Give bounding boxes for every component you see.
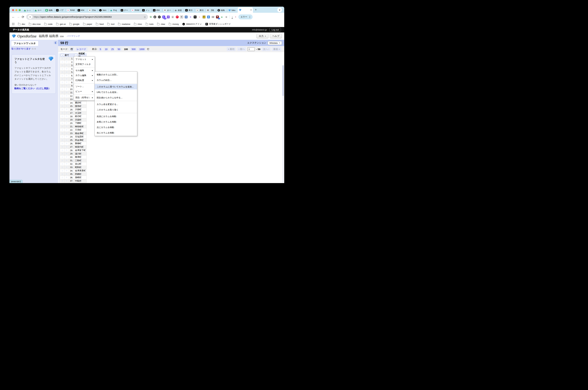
tab[interactable]: RRAW bbox=[66, 8, 76, 13]
extension-shield-icon[interactable]: ⛨2 bbox=[216, 16, 219, 18]
menu-item[interactable]: ソート... bbox=[74, 84, 95, 89]
menu-item[interactable]: 先頭にカラムを移動 bbox=[95, 114, 137, 119]
bookmark-folder-claw[interactable]: claw bbox=[157, 23, 165, 25]
flag-icon[interactable]: ⚐ bbox=[65, 155, 69, 159]
minimize-window-button[interactable] bbox=[15, 9, 17, 11]
star-icon[interactable]: ☆ bbox=[60, 149, 65, 152]
flag-icon[interactable]: ⚐ bbox=[65, 159, 69, 162]
cell-value[interactable]: 西郷村 bbox=[74, 172, 86, 176]
bookmark-folder-gen.ai[interactable]: gen.ai bbox=[56, 23, 66, 25]
star-icon[interactable]: ☆ bbox=[60, 135, 65, 139]
cell-value[interactable]: 中島村 bbox=[74, 179, 86, 183]
flag-icon[interactable]: ⚐ bbox=[65, 128, 69, 132]
tab[interactable]: Dパブ bbox=[55, 8, 66, 13]
menu-item[interactable]: 左にカラムを移動 bbox=[95, 125, 137, 130]
star-icon[interactable]: ☆ bbox=[60, 118, 65, 122]
flag-icon[interactable]: ⚐ bbox=[65, 152, 69, 155]
bookmark-item[interactable]: D管理者ダッシュボード bbox=[206, 23, 231, 26]
flag-icon[interactable]: ⚐ bbox=[65, 142, 69, 146]
cell-value[interactable]: 三島町 bbox=[74, 159, 86, 162]
extension-updown-icon[interactable]: ⇅12 bbox=[162, 16, 165, 18]
next-page-button[interactable]: 次へ › bbox=[262, 47, 270, 51]
menu-item[interactable]: カラム編集▶ bbox=[74, 73, 95, 78]
menu-item[interactable]: URLでカラムを追加... bbox=[95, 90, 137, 95]
export-button[interactable]: 出力▼ bbox=[256, 34, 268, 39]
star-icon[interactable]: ☆ bbox=[60, 71, 65, 74]
bookmark-folder-google[interactable]: google bbox=[69, 23, 80, 25]
flag-icon[interactable]: ⚐ bbox=[65, 149, 69, 152]
extension-markdown-icon[interactable]: md bbox=[211, 16, 214, 18]
flag-icon[interactable]: ⚐ bbox=[65, 104, 69, 108]
menu-item[interactable]: カラムの結合... bbox=[95, 77, 137, 83]
star-icon[interactable]: ☆ bbox=[60, 108, 65, 111]
project-title[interactable]: 福島県 福島県 bbox=[39, 34, 58, 38]
extension-r-icon[interactable]: R bbox=[203, 16, 206, 18]
close-window-button[interactable] bbox=[12, 9, 14, 11]
star-icon[interactable]: ☆ bbox=[60, 155, 65, 159]
downloads-icon[interactable]: ↓ bbox=[232, 15, 233, 18]
extension-wave-icon[interactable]: ≈ bbox=[198, 16, 201, 18]
extension-v-icon[interactable]: V bbox=[167, 16, 170, 18]
bookmark-folder-tool[interactable]: tool bbox=[107, 23, 114, 25]
mode-行[interactable]: 行 bbox=[69, 47, 74, 51]
cell-value[interactable]: 金山町 bbox=[74, 162, 86, 166]
extension-download-icon[interactable]: ⬇ bbox=[207, 16, 210, 18]
cell-value[interactable]: 湯川村 bbox=[74, 152, 86, 155]
sidebar-collapse-icon[interactable]: ❮ bbox=[54, 41, 57, 44]
cell-value[interactable]: 国見町 bbox=[74, 104, 86, 108]
star-icon[interactable]: ☆ bbox=[60, 128, 65, 132]
bookmark-folder-money[interactable]: money bbox=[169, 23, 179, 25]
cell-value[interactable]: 北塩原村 bbox=[74, 135, 86, 139]
screenshot-icon[interactable]: ⧉ bbox=[150, 15, 152, 18]
last-page-button[interactable]: 最後 » bbox=[272, 47, 281, 51]
bookmark-folder-paper[interactable]: paper bbox=[83, 23, 92, 25]
extension-pinterest-icon[interactable]: P bbox=[176, 16, 179, 18]
video-link[interactable]: 動画をご覧ください（ただし英語） bbox=[14, 87, 53, 90]
bookmark-folder-readwise[interactable]: readwise bbox=[118, 23, 130, 25]
tab[interactable]: Ωオー bbox=[163, 8, 173, 13]
menu-item[interactable]: 照合（名寄せ）▶ bbox=[74, 95, 95, 100]
star-icon[interactable]: ☆ bbox=[60, 57, 65, 60]
flag-icon[interactable]: ⚐ bbox=[65, 135, 69, 139]
menu-item[interactable]: ファセット▶ bbox=[74, 57, 95, 62]
star-icon[interactable]: ☆ bbox=[60, 91, 65, 95]
star-icon[interactable]: ☆ bbox=[60, 111, 65, 115]
back-icon[interactable]: ← bbox=[12, 15, 15, 19]
extension-clipper-icon[interactable]: ✂ bbox=[158, 16, 161, 18]
new-tab-button[interactable]: + bbox=[255, 8, 257, 12]
cell-value[interactable]: 鏡石町 bbox=[74, 115, 86, 118]
page-input[interactable] bbox=[248, 48, 255, 51]
star-icon[interactable]: ☆ bbox=[60, 159, 65, 162]
tab[interactable]: ✳Cha bbox=[87, 8, 98, 13]
menu-item[interactable]: 照合値からカラムを作る... bbox=[95, 95, 137, 100]
apps-grid-icon[interactable] bbox=[12, 23, 14, 25]
tab[interactable]: Ø福島 bbox=[216, 8, 227, 13]
flag-icon[interactable]: ⚐ bbox=[65, 84, 69, 88]
flag-icon[interactable]: ⚐ bbox=[65, 125, 69, 128]
menu-item[interactable]: ビュー▶ bbox=[74, 89, 95, 94]
url-text[interactable]: https://open-refine.dataviz.jp/openrefin… bbox=[34, 16, 142, 18]
undo-redo-link[interactable]: 取り消す/やり直す bbox=[11, 48, 31, 50]
profile-error-pill[interactable]: エラー ⋮ bbox=[238, 14, 253, 19]
bookmark-folder-dev-now[interactable]: dev-now bbox=[29, 23, 41, 25]
bookmark-folder-todo[interactable]: todo bbox=[146, 23, 153, 25]
cell-value[interactable]: 柳津町 bbox=[74, 155, 86, 159]
extension-notion-icon[interactable]: N bbox=[194, 16, 197, 18]
tab[interactable]: ▲Verc bbox=[98, 8, 109, 13]
tab[interactable]: N東日 bbox=[195, 8, 206, 13]
star-icon[interactable]: ☆ bbox=[60, 101, 65, 105]
star-icon[interactable]: ☆ bbox=[60, 104, 65, 108]
star-icon[interactable]: ☆ bbox=[60, 139, 65, 142]
cell-value[interactable]: 大玉村 bbox=[74, 111, 86, 115]
star-icon[interactable]: ☆ bbox=[60, 172, 65, 176]
tab[interactable]: RRAW bbox=[130, 8, 141, 13]
extension-disc-icon[interactable]: ◉ bbox=[171, 16, 174, 18]
cell-value[interactable]: 只見町 bbox=[74, 128, 86, 132]
all-column-menu-button[interactable]: ▼ bbox=[61, 54, 64, 56]
flag-icon[interactable]: ⚐ bbox=[65, 169, 69, 173]
permalink-link[interactable]: パーマリンク bbox=[67, 35, 80, 38]
star-icon[interactable]: ☆ bbox=[60, 88, 65, 91]
star-icon[interactable]: ☆ bbox=[60, 145, 65, 149]
flag-icon[interactable]: ⚐ bbox=[65, 145, 69, 149]
first-page-button[interactable]: « 最初 bbox=[227, 47, 236, 51]
